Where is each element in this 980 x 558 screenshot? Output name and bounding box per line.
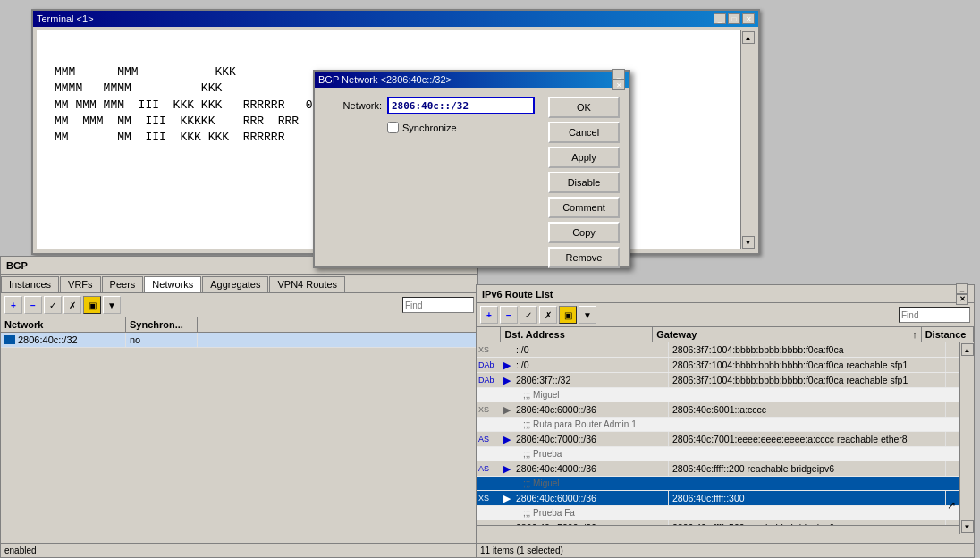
row-arrow: ▶ bbox=[502, 359, 512, 370]
ipv6-check-button[interactable]: ✓ bbox=[520, 306, 537, 324]
ipv6-panel-title: IPv6 Route List bbox=[482, 289, 553, 300]
ipv6-horizontal-scrollbar[interactable] bbox=[477, 525, 959, 539]
ok-button[interactable]: OK bbox=[548, 97, 620, 118]
tab-vpn4-routes[interactable]: VPN4 Routes bbox=[269, 276, 345, 292]
ipv6-panel: IPv6 Route List _ ✕ + − ✓ ✗ ▣ ▼ Dst. Add… bbox=[476, 284, 975, 558]
ipv6-comment-row: ;;; Prueba bbox=[477, 447, 974, 461]
terminal-title: Terminal <1> bbox=[37, 13, 94, 24]
folder-button[interactable]: ▣ bbox=[83, 296, 101, 314]
enabled-label: enabled bbox=[4, 545, 37, 555]
td-sync: no bbox=[126, 333, 198, 347]
terminal-close-btn[interactable]: ✕ bbox=[742, 13, 755, 24]
row-type: AS bbox=[477, 464, 502, 473]
disable-button[interactable]: Disable bbox=[548, 172, 620, 193]
ipv6-row[interactable]: AS ▶ 2806:40c:4000::/36 2806:40c:ffff::2… bbox=[477, 461, 974, 477]
ipv6-selected-row[interactable]: XS ▶ 2806:40c:6000::/36 2806:40c:ffff::3… bbox=[477, 491, 974, 506]
ipv6-row[interactable]: DAb ▶ 2806:3f7::/32 2806:3f7:1004:bbbb:b… bbox=[477, 373, 974, 388]
ipv6-remove-button[interactable]: − bbox=[500, 306, 518, 324]
tab-peers[interactable]: Peers bbox=[102, 276, 144, 292]
bgp-toolbar: + − ✓ ✗ ▣ ▼ bbox=[1, 293, 477, 317]
cross-button[interactable]: ✗ bbox=[63, 296, 81, 314]
ipv6-comment-row: ;;; Ruta para Router Admin 1 bbox=[477, 418, 974, 432]
row-icon bbox=[4, 335, 15, 344]
terminal-scrollbar[interactable]: ▲ ▼ bbox=[740, 30, 755, 249]
terminal-win-controls: _ □ ✕ bbox=[714, 13, 755, 24]
ipv6-minimize-btn[interactable]: _ bbox=[956, 283, 968, 294]
comment-button[interactable]: Comment bbox=[548, 197, 620, 218]
row-gw: 2806:40c:ffff::200 reachable bridgeipv6 bbox=[669, 461, 946, 476]
bgp-dialog-minimize-btn[interactable]: _ bbox=[612, 69, 625, 80]
sort-icon: ↑ bbox=[912, 329, 917, 340]
apply-button[interactable]: Apply bbox=[548, 147, 620, 168]
cancel-button[interactable]: Cancel bbox=[548, 122, 620, 143]
terminal-maximize-btn[interactable]: □ bbox=[728, 13, 740, 24]
ipv6-cross-button[interactable]: ✗ bbox=[539, 306, 557, 324]
tab-vrfs[interactable]: VRFs bbox=[60, 276, 101, 292]
ipv6-status-bar: 11 items (1 selected) bbox=[477, 543, 974, 557]
scroll-down[interactable]: ▼ bbox=[961, 520, 974, 533]
scroll-up[interactable]: ▲ bbox=[961, 343, 974, 356]
row-arrow: ▶ bbox=[502, 434, 512, 444]
dialog-buttons: OK Cancel Apply Disable Comment Copy Rem… bbox=[548, 97, 620, 268]
ipv6-row[interactable]: AS ▶ 2806:40c:7000::/36 2806:40c:7001:ee… bbox=[477, 432, 974, 447]
scroll-up-arrow[interactable]: ▲ bbox=[742, 31, 755, 44]
row-dst: ::/0 bbox=[512, 358, 669, 372]
ipv6-vertical-scrollbar[interactable]: ▲ ▼ bbox=[959, 342, 974, 534]
ipv6-close-btn[interactable]: ✕ bbox=[956, 294, 968, 305]
ipv6-folder-button[interactable]: ▣ bbox=[559, 306, 577, 324]
tab-instances[interactable]: Instances bbox=[1, 276, 59, 292]
ipv6-filter-button[interactable]: ▼ bbox=[579, 306, 596, 324]
row-arrow: ▶ bbox=[502, 463, 512, 474]
terminal-minimize-btn[interactable]: _ bbox=[714, 13, 726, 24]
network-label: Network: bbox=[324, 100, 382, 111]
network-input[interactable] bbox=[387, 97, 535, 114]
row-gw: 2806:40c:6001::a:cccc bbox=[669, 402, 946, 417]
row-type: DAb bbox=[477, 360, 502, 369]
row-type: XS bbox=[477, 345, 502, 354]
check-button[interactable]: ✓ bbox=[44, 296, 62, 314]
table-row[interactable]: 2806:40c::/32 no bbox=[1, 333, 477, 348]
add-button[interactable]: + bbox=[4, 296, 22, 314]
ipv6-row[interactable]: DAb ▶ ::/0 2806:3f7:1004:bbbb:bbbb:bbbb:… bbox=[477, 358, 974, 373]
cursor-indicator: ↗ bbox=[947, 499, 956, 512]
bgp-find-input[interactable] bbox=[402, 297, 474, 313]
row-arrow: ▶ bbox=[502, 404, 512, 415]
synchronize-label: Synchronize bbox=[402, 123, 457, 133]
bgp-network-dialog: BGP Network <2806:40c::/32> _ ✕ Network:… bbox=[313, 70, 630, 268]
ipv6-table-body: XS ::/0 2806:3f7:1004:bbbb:bbbb:bbbb:f0c… bbox=[477, 342, 974, 534]
network-value: 2806:40c::/32 bbox=[18, 334, 78, 345]
ipv6-win-controls: _ ✕ bbox=[956, 283, 968, 305]
tab-aggregates[interactable]: Aggregates bbox=[202, 276, 268, 292]
tab-networks[interactable]: Networks bbox=[144, 276, 201, 292]
th-type bbox=[477, 327, 501, 342]
bgp-dialog-content: Network: Synchronize OK Cancel Apply Dis… bbox=[315, 88, 629, 266]
ipv6-find-input[interactable] bbox=[899, 307, 970, 323]
ipv6-toolbar: + − ✓ ✗ ▣ ▼ bbox=[477, 303, 974, 327]
synchronize-checkbox[interactable] bbox=[387, 122, 399, 133]
bgp-panel: BGP Instances VRFs Peers Networks Aggreg… bbox=[0, 256, 478, 558]
copy-button[interactable]: Copy bbox=[548, 222, 620, 243]
comment-text: ;;; Ruta para Router Admin 1 bbox=[520, 419, 637, 429]
network-row: Network: bbox=[324, 97, 535, 114]
ipv6-selected-comment-row[interactable]: ;;; Miguel bbox=[477, 477, 974, 491]
ipv6-status-text: 11 items (1 selected) bbox=[480, 545, 563, 555]
filter-button[interactable]: ▼ bbox=[103, 296, 121, 314]
remove-button-bgp[interactable]: − bbox=[24, 296, 42, 314]
ipv6-panel-titlebar: IPv6 Route List _ ✕ bbox=[477, 285, 974, 303]
remove-button[interactable]: Remove bbox=[548, 247, 620, 268]
bgp-panel-title: BGP bbox=[6, 260, 28, 271]
td-network: 2806:40c::/32 bbox=[1, 333, 126, 347]
row-type: DAb bbox=[477, 376, 502, 385]
scroll-down-arrow[interactable]: ▼ bbox=[742, 236, 755, 249]
ipv6-row[interactable]: XS ::/0 2806:3f7:1004:bbbb:bbbb:bbbb:f0c… bbox=[477, 342, 974, 358]
terminal-titlebar: Terminal <1> _ □ ✕ bbox=[33, 11, 758, 27]
row-gw: 2806:3f7:1004:bbbb:bbbb:bbbb:f0ca:f0ca r… bbox=[669, 358, 946, 372]
ipv6-table-header: Dst. Address Gateway ↑ Distance bbox=[477, 327, 974, 342]
ipv6-add-button[interactable]: + bbox=[480, 306, 498, 324]
comment-text: ;;; Miguel bbox=[520, 390, 560, 400]
row-arrow: ▶ bbox=[502, 493, 512, 503]
row-dst: 2806:40c:6000::/36 bbox=[512, 491, 669, 505]
bgp-table-header: Network Synchron... bbox=[1, 317, 477, 333]
row-dst: 2806:40c:6000::/36 bbox=[512, 402, 669, 417]
ipv6-row[interactable]: XS ▶ 2806:40c:6000::/36 2806:40c:6001::a… bbox=[477, 402, 974, 418]
